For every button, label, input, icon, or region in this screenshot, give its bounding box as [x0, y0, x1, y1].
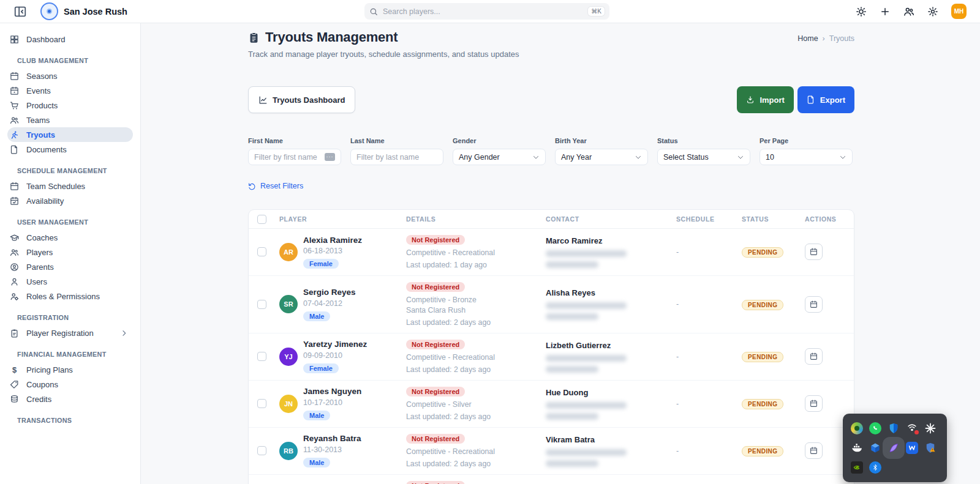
add-button[interactable]	[880, 6, 891, 17]
chevron-down-icon	[737, 154, 744, 161]
row-checkbox[interactable]	[257, 247, 266, 256]
column-header-player: Player	[279, 215, 406, 223]
sidebar-item-team-schedules[interactable]: Team Schedules	[7, 179, 133, 193]
autofill-icon[interactable]: ···	[325, 153, 335, 161]
sidebar-item-dashboard[interactable]: Dashboard	[7, 32, 133, 47]
reset-filters-button[interactable]: Reset Filters	[248, 182, 303, 190]
feather-icon[interactable]	[886, 441, 901, 455]
w-app-icon[interactable]	[905, 441, 919, 455]
shield-warning-icon[interactable]	[923, 441, 938, 455]
defender-shield-icon[interactable]	[886, 421, 901, 436]
sidebar-collapse-button[interactable]	[13, 5, 27, 18]
nvidia-icon[interactable]	[850, 460, 864, 475]
per-page-select[interactable]: 10	[760, 149, 853, 165]
last-name-input[interactable]	[356, 153, 437, 162]
row-checkbox[interactable]	[257, 352, 266, 361]
gender-badge: Male	[303, 411, 330, 420]
redacted-phone	[546, 366, 598, 373]
player-name: Reyansh Batra	[303, 434, 361, 444]
sidebar-item-tryouts[interactable]: Tryouts	[7, 127, 133, 142]
club-logo[interactable]	[40, 2, 58, 20]
sidebar-item-player-registration[interactable]: Player Registration	[7, 326, 133, 340]
chevron-down-icon	[635, 154, 642, 161]
sidebar-item-coupons[interactable]: Coupons	[7, 377, 133, 392]
sidebar-item-users[interactable]: Users	[7, 274, 133, 289]
import-label: Import	[760, 95, 784, 105]
import-icon	[746, 95, 755, 104]
sidebar-item-parents[interactable]: Parents	[7, 259, 133, 274]
calendar-check-icon	[10, 196, 19, 206]
row-checkbox[interactable]	[257, 446, 266, 455]
birth-year-select[interactable]: Any Year	[555, 149, 648, 165]
sidebar-item-products[interactable]: Products	[7, 98, 133, 113]
sidebar-item-events[interactable]: Events	[7, 83, 133, 98]
sidebar-item-label: Players	[26, 248, 53, 257]
schedule-action-button[interactable]	[805, 442, 823, 459]
schedule-action-button[interactable]	[805, 348, 823, 365]
calendar-icon	[810, 400, 818, 408]
cart-icon	[10, 101, 19, 110]
status-badge: PENDING	[742, 399, 783, 409]
users-button[interactable]	[903, 6, 914, 17]
birth-year-label: Birth Year	[555, 137, 648, 144]
gender-badge: Female	[303, 363, 339, 373]
calendar-icon	[10, 182, 19, 191]
table-row: SR Sebastian Ramirez 04-18-2019 Male Not…	[249, 475, 854, 484]
toolbar: Tryouts Dashboard Import Export	[248, 86, 854, 113]
docker-icon[interactable]	[850, 441, 864, 455]
hotspot-icon[interactable]	[905, 421, 919, 436]
schedule-action-button[interactable]	[805, 244, 823, 260]
gender-badge: Female	[303, 259, 339, 269]
breadcrumb-home[interactable]: Home	[797, 34, 818, 43]
sidebar-item-teams[interactable]: Teams	[7, 113, 133, 127]
program-text: Competitive - Bronze	[406, 295, 546, 305]
redacted-email	[546, 355, 627, 362]
starburst-icon[interactable]	[923, 421, 938, 436]
import-button[interactable]: Import	[737, 86, 793, 113]
user-avatar[interactable]: MH	[951, 4, 967, 19]
sidebar-item-players[interactable]: Players	[7, 245, 133, 259]
first-name-input[interactable]	[254, 153, 325, 162]
sidebar-item-label: Teams	[26, 116, 50, 125]
search-input[interactable]: ⌘K	[364, 3, 609, 20]
sidebar-item-documents[interactable]: Documents	[7, 142, 133, 157]
settings-button[interactable]	[927, 6, 938, 17]
status-badge: PENDING	[742, 247, 783, 258]
sidebar-section-title: SCHEDULE MANAGEMENT	[17, 167, 133, 174]
sidebar-item-availability[interactable]: Availability	[7, 193, 133, 208]
sidebar-item-credits[interactable]: Credits	[7, 392, 133, 406]
row-checkbox[interactable]	[257, 300, 266, 309]
player-dob: 10-17-2010	[303, 398, 361, 407]
schedule-action-button[interactable]	[805, 395, 823, 412]
search-field[interactable]	[383, 7, 588, 16]
player-dob: 06-18-2013	[303, 247, 362, 255]
calendar-icon	[810, 447, 818, 455]
schedule-value: -	[676, 352, 742, 361]
program-text: Competitive - Recreational	[406, 447, 546, 457]
status-badge: PENDING	[742, 352, 783, 362]
bluetooth-icon[interactable]	[868, 460, 883, 475]
gender-select[interactable]: Any Gender	[453, 149, 546, 165]
table-row: YJ Yaretzy Jimenez 09-09-2010 Female Not…	[249, 333, 854, 381]
sidebar-item-seasons[interactable]: Seasons	[7, 69, 133, 83]
blue-cube-icon[interactable]	[868, 441, 883, 455]
schedule-action-button[interactable]	[805, 296, 823, 313]
first-name-label: First Name	[248, 137, 341, 144]
status-select[interactable]: Select Status	[657, 149, 750, 165]
sidebar-item-coaches[interactable]: Coaches	[7, 230, 133, 245]
tryouts-dashboard-button[interactable]: Tryouts Dashboard	[248, 86, 355, 113]
row-checkbox[interactable]	[257, 399, 266, 408]
avatar: AR	[279, 243, 298, 261]
theme-toggle-button[interactable]	[856, 6, 867, 17]
sidebar-item-roles-permissions[interactable]: Roles & Permissions	[7, 289, 133, 303]
reset-icon	[248, 182, 256, 190]
export-button[interactable]: Export	[797, 86, 854, 113]
table-row: AR Alexia Ramirez 06-18-2013 Female Not …	[249, 229, 854, 276]
select-all-checkbox[interactable]	[257, 215, 266, 224]
idm-icon[interactable]	[850, 421, 864, 436]
sidebar-item-pricing-plans[interactable]: $ Pricing Plans	[7, 362, 133, 377]
sidebar-item-label: Coupons	[26, 380, 58, 389]
status-select-value: Select Status	[663, 153, 709, 162]
program-text: Competitive - Recreational	[406, 352, 546, 363]
whatsapp-icon[interactable]	[868, 421, 883, 436]
